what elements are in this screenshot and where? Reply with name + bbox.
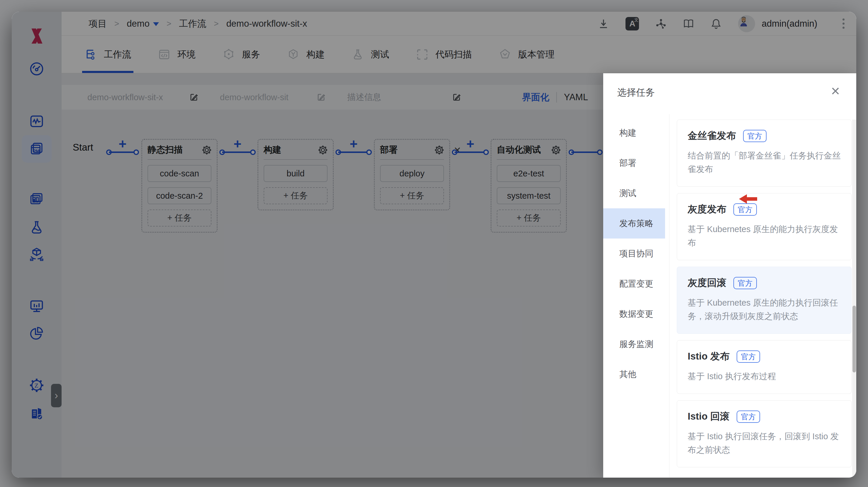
scrollbar-thumb[interactable] <box>852 305 856 372</box>
task-option-title: 灰度发布 <box>688 203 726 216</box>
category-release-strategy[interactable]: 发布策略 <box>603 208 665 238</box>
task-option-desc: 基于 Istio 执行回滚任务，回滚到 Istio 发布之前状态 <box>688 429 841 457</box>
official-badge: 官方 <box>743 130 767 142</box>
task-option-gray-release[interactable]: 灰度发布 官方 基于 Kubernetes 原生的能力执行灰度发布 <box>677 193 851 260</box>
official-badge: 官方 <box>734 203 757 216</box>
app-window: › 项目 > demo > 工作流 > demo-workflow-sit-x <box>12 12 856 478</box>
category-other[interactable]: 其他 <box>603 359 665 389</box>
drawer-scrollbar[interactable] <box>852 120 856 478</box>
official-badge: 官方 <box>737 351 760 363</box>
task-option-desc: 基于 Istio 执行发布过程 <box>688 369 841 383</box>
official-badge: 官方 <box>737 411 760 423</box>
task-option-title: 金丝雀发布 <box>688 129 736 142</box>
category-deploy[interactable]: 部署 <box>603 148 665 178</box>
select-task-drawer: 选择任务 构建 部署 测试 发布策略 项目协同 配置变更 数据变更 服务监测 其… <box>603 73 856 478</box>
category-project-collab[interactable]: 项目协同 <box>603 238 665 269</box>
task-category-nav: 构建 部署 测试 发布策略 项目协同 配置变更 数据变更 服务监测 其他 <box>603 114 670 478</box>
category-data-change[interactable]: 数据变更 <box>603 299 665 329</box>
task-option-title: Istio 回滚 <box>688 410 730 423</box>
task-card-list: 金丝雀发布 官方 结合前置的「部署金丝雀」任务执行金丝雀发布 灰度发布 官方 基… <box>677 120 851 478</box>
official-badge: 官方 <box>734 277 757 289</box>
task-option-desc: 结合前置的「部署金丝雀」任务执行金丝雀发布 <box>688 149 841 176</box>
close-icon[interactable] <box>831 83 840 98</box>
task-option-istio-release[interactable]: Istio 发布 官方 基于 Istio 执行发布过程 <box>677 340 851 394</box>
task-option-title: 灰度回滚 <box>688 276 726 290</box>
task-option-title: Istio 发布 <box>688 350 730 363</box>
task-option-desc: 基于 Kubernetes 原生的能力执行回滚任务，滚动升级到灰度之前状态 <box>688 296 841 323</box>
task-option-canary-release[interactable]: 金丝雀发布 官方 结合前置的「部署金丝雀」任务执行金丝雀发布 <box>677 120 851 187</box>
category-service-monitor[interactable]: 服务监测 <box>603 329 665 359</box>
category-build[interactable]: 构建 <box>603 118 665 148</box>
task-option-desc: 基于 Kubernetes 原生的能力执行灰度发布 <box>688 222 841 249</box>
annotation-arrow <box>739 194 757 204</box>
task-option-istio-rollback[interactable]: Istio 回滚 官方 基于 Istio 执行回滚任务，回滚到 Istio 发布… <box>677 400 851 467</box>
drawer-title: 选择任务 <box>617 86 655 99</box>
category-test[interactable]: 测试 <box>603 178 665 208</box>
task-option-gray-rollback[interactable]: 灰度回滚 官方 基于 Kubernetes 原生的能力执行回滚任务，滚动升级到灰… <box>677 267 851 334</box>
category-config-change[interactable]: 配置变更 <box>603 269 665 299</box>
